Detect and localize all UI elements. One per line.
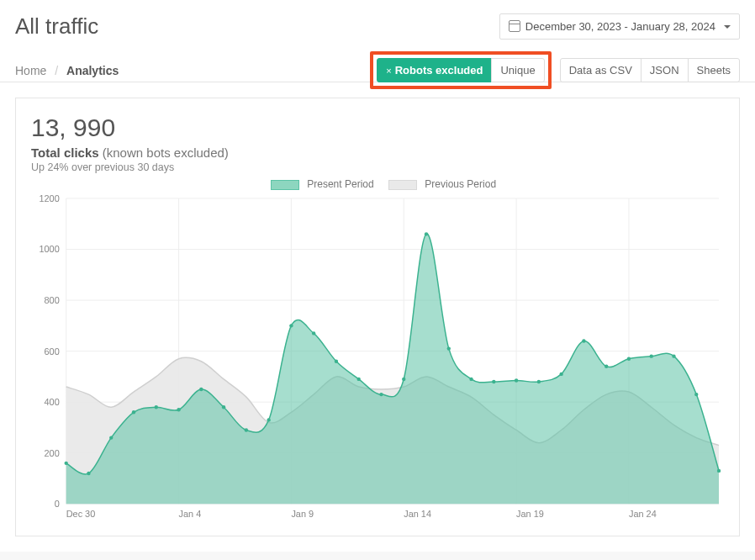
export-group: Data as CSV JSON Sheets: [560, 58, 740, 82]
svg-point-53: [672, 354, 675, 357]
metric-label-rest: (known bots excluded): [103, 145, 229, 160]
svg-point-34: [245, 428, 248, 431]
svg-point-32: [199, 388, 203, 391]
svg-text:0: 0: [55, 499, 60, 509]
chart-legend: Present Period Previous Period: [31, 178, 724, 190]
svg-text:Jan 24: Jan 24: [629, 509, 657, 519]
metric-label: Total clicks (known bots excluded): [31, 145, 724, 160]
export-csv-button[interactable]: Data as CSV: [560, 58, 641, 82]
breadcrumb-separator: /: [55, 64, 58, 77]
svg-point-27: [87, 472, 90, 475]
svg-text:200: 200: [45, 448, 60, 458]
svg-point-30: [155, 405, 158, 409]
metric-label-strong: Total clicks: [31, 145, 99, 160]
breadcrumb-active: Analytics: [66, 64, 119, 77]
svg-point-45: [492, 380, 495, 383]
legend-swatch-present: [271, 180, 299, 190]
svg-point-38: [335, 360, 338, 363]
svg-point-37: [312, 331, 315, 335]
svg-text:Dec 30: Dec 30: [66, 509, 96, 519]
robots-excluded-label: Robots excluded: [395, 64, 483, 77]
svg-point-42: [425, 232, 428, 235]
svg-point-51: [627, 357, 631, 361]
svg-point-39: [357, 378, 361, 381]
traffic-filter-group: ×Robots excluded Unique: [377, 58, 544, 82]
date-range-picker[interactable]: December 30, 2023 - January 28, 2024: [499, 13, 740, 40]
metric-value: 13, 990: [31, 114, 724, 142]
svg-text:Jan 19: Jan 19: [516, 509, 544, 519]
svg-point-49: [582, 339, 585, 342]
svg-point-40: [379, 393, 383, 396]
calendar-icon: [509, 19, 520, 34]
svg-text:600: 600: [45, 346, 60, 357]
svg-point-54: [694, 393, 698, 396]
legend-label-present: Present Period: [307, 178, 373, 190]
svg-point-48: [559, 372, 562, 376]
date-range-text: December 30, 2023 - January 28, 2024: [525, 20, 715, 33]
export-sheets-button[interactable]: Sheets: [688, 58, 740, 82]
svg-point-47: [537, 380, 541, 383]
svg-point-36: [289, 324, 293, 327]
chart-container: 020040060080010001200Dec 30Jan 4Jan 9Jan…: [31, 193, 724, 527]
svg-point-31: [177, 408, 180, 411]
breadcrumb: Home / Analytics: [15, 64, 119, 77]
svg-point-46: [515, 378, 518, 382]
breadcrumb-home[interactable]: Home: [15, 64, 46, 77]
legend-swatch-previous: [388, 180, 417, 190]
caret-down-icon: [721, 20, 731, 33]
svg-text:Jan 14: Jan 14: [404, 509, 431, 519]
svg-point-35: [267, 418, 270, 421]
svg-point-29: [132, 410, 135, 414]
legend-label-previous: Previous Period: [425, 178, 496, 190]
unique-toggle[interactable]: Unique: [491, 58, 544, 82]
svg-text:Jan 4: Jan 4: [179, 509, 202, 519]
svg-point-28: [109, 436, 113, 439]
svg-text:400: 400: [45, 397, 60, 407]
svg-point-55: [717, 469, 721, 473]
svg-point-33: [222, 405, 225, 409]
export-json-button[interactable]: JSON: [641, 58, 689, 82]
svg-point-41: [402, 378, 405, 381]
robots-excluded-toggle[interactable]: ×Robots excluded: [377, 58, 492, 82]
svg-text:800: 800: [45, 295, 60, 305]
svg-text:1000: 1000: [39, 244, 59, 254]
svg-point-44: [469, 378, 473, 381]
close-icon: ×: [386, 66, 391, 76]
svg-text:1200: 1200: [39, 193, 59, 203]
svg-text:Jan 9: Jan 9: [291, 509, 314, 519]
svg-point-26: [65, 462, 68, 465]
filter-highlight-box: ×Robots excluded Unique: [370, 51, 551, 89]
svg-point-50: [605, 365, 608, 368]
traffic-chart: 020040060080010001200Dec 30Jan 4Jan 9Jan…: [31, 193, 724, 527]
svg-point-52: [650, 354, 653, 357]
page-title: All traffic: [15, 13, 98, 40]
svg-point-43: [447, 346, 451, 350]
metric-subtext: Up 24% over previous 30 days: [31, 161, 724, 173]
traffic-panel: 13, 990 Total clicks (known bots exclude…: [15, 98, 740, 536]
